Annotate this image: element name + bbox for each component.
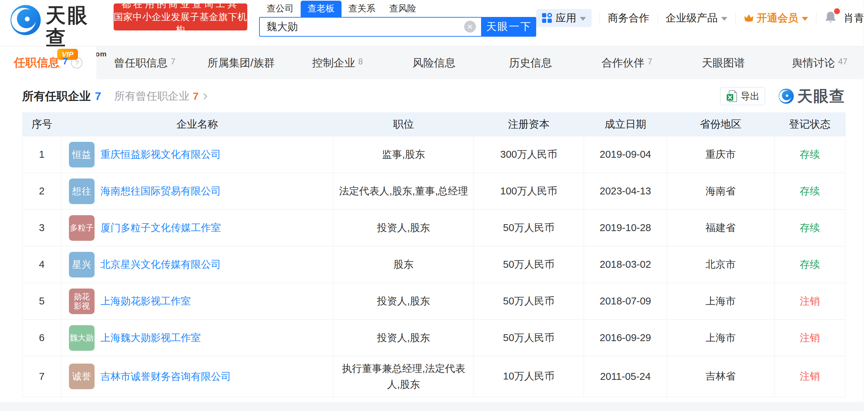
tab-label: 舆情讨论 xyxy=(792,56,835,70)
company-link[interactable]: 吉林市诚誉财务咨询有限公司 xyxy=(100,370,231,383)
search-tab[interactable]: 查关系 xyxy=(342,1,382,17)
row-index: 7 xyxy=(23,356,61,397)
chevron-right-icon xyxy=(201,93,207,99)
company-link[interactable]: 厦门多粒子文化传媒工作室 xyxy=(100,221,221,235)
tab-count: 7 xyxy=(648,57,652,66)
position-cell: 投资人,股东 xyxy=(334,283,474,320)
notifications-bell-icon[interactable] xyxy=(824,11,837,25)
search-area: 查公司 查老板 查关系 查风险 ✕ 天眼一下 xyxy=(259,1,536,37)
company-avatar: 诚誉 xyxy=(69,364,95,389)
profile-tab[interactable]: 合作伙伴 7 xyxy=(579,46,675,79)
company-avatar: 恒益 xyxy=(69,142,95,167)
profile-tab[interactable]: 舆情讨论 47 xyxy=(772,46,868,79)
search-tab[interactable]: 查老板 xyxy=(301,1,342,17)
crown-icon xyxy=(744,13,754,23)
page-bottom-strip xyxy=(0,402,868,411)
search-input-wrap: ✕ xyxy=(259,17,482,37)
positions-table: 序号 企业名称 职位 注册资本 成立日期 省份地区 登记状态 1 恒益 重庆恒益… xyxy=(22,112,845,397)
top-bar: 天眼查 TianYanCha.com 都在用的商业查询工具 国家中小企业发展子基… xyxy=(0,0,868,46)
tab-label: 合作伙伴 xyxy=(602,56,645,70)
region-cell: 上海市 xyxy=(667,320,774,356)
profile-tabbar: VIP 任职信息 7 ? 曾任职信息 7 所属集团/族群 控制企业 8 风险 xyxy=(0,46,868,79)
search-tab[interactable]: 查风险 xyxy=(382,1,423,17)
column-header-no: 序号 xyxy=(23,113,61,136)
search-tab[interactable]: 查公司 xyxy=(260,1,301,17)
region-cell: 北京市 xyxy=(667,246,774,283)
row-index: 6 xyxy=(23,320,61,356)
tianyancha-logo-icon xyxy=(778,88,794,104)
apps-grid-icon xyxy=(542,13,552,23)
profile-tab[interactable]: 所属集团/族群 xyxy=(193,46,289,79)
date-cell: 2019-10-28 xyxy=(584,210,667,246)
tab-label: 天眼图谱 xyxy=(702,56,745,70)
divider xyxy=(657,13,658,23)
tab-count: 47 xyxy=(838,57,848,66)
search-button[interactable]: 天眼一下 xyxy=(482,17,536,37)
row-index: 1 xyxy=(23,136,61,173)
capital-cell: 50万人民币 xyxy=(474,246,584,283)
profile-tab[interactable]: 历史信息 xyxy=(482,46,578,79)
profile-tab[interactable]: 风险信息 xyxy=(386,46,482,79)
status-badge: 存续 xyxy=(774,210,845,246)
row-index: 3 xyxy=(23,210,61,246)
apps-button[interactable]: 应用 xyxy=(536,9,592,27)
chevron-down-icon xyxy=(802,17,808,21)
status-badge: 存续 xyxy=(774,246,845,283)
column-header-region: 省份地区 xyxy=(667,113,774,136)
tab-label: 历史信息 xyxy=(509,56,552,70)
capital-cell: 50万人民币 xyxy=(474,210,584,246)
menu-enterprise-products[interactable]: 企业级产品 xyxy=(666,11,727,25)
status-badge: 注销 xyxy=(774,320,845,356)
company-link[interactable]: 上海魏大勋影视工作室 xyxy=(100,331,201,345)
table-row: 5 勋花影视 上海勋花影视工作室 投资人,股东 50万人民币 2018-07-0… xyxy=(23,283,845,320)
company-avatar: 魏大勋 xyxy=(69,325,95,351)
profile-tab[interactable]: 天眼图谱 xyxy=(675,46,771,79)
top-menu: 应用 商务合作 企业级产品 开通会员 肖青羽 xyxy=(536,9,868,27)
row-index: 5 xyxy=(23,283,61,320)
capital-cell: 50万人民币 xyxy=(474,320,584,356)
column-header-company: 企业名称 xyxy=(61,113,334,136)
menu-business-cooperation[interactable]: 商务合作 xyxy=(608,11,649,25)
table-row: 7 诚誉 吉林市诚誉财务咨询有限公司 执行董事兼总经理,法定代表人,股东 10万… xyxy=(23,356,845,397)
date-cell: 2019-09-04 xyxy=(584,136,667,173)
tab-label: 曾任职信息 xyxy=(114,56,168,70)
profile-tab[interactable]: 控制企业 8 xyxy=(289,46,386,79)
status-badge: 注销 xyxy=(774,356,845,397)
search-input[interactable] xyxy=(260,18,481,36)
main-content: 所有任职企业 7 所有曾任职企业 7 导出 xyxy=(0,85,868,397)
company-link[interactable]: 上海勋花影视工作室 xyxy=(100,294,191,308)
company-link[interactable]: 北京星兴文化传媒有限公司 xyxy=(100,258,221,271)
company-link[interactable]: 海南想往国际贸易有限公司 xyxy=(100,184,221,198)
position-cell: 执行董事兼总经理,法定代表人,股东 xyxy=(334,356,474,397)
profile-tab[interactable]: 曾任职信息 7 xyxy=(96,46,193,79)
company-link[interactable]: 重庆恒益影视文化有限公司 xyxy=(100,148,221,161)
export-button[interactable]: 导出 xyxy=(720,87,765,105)
table-row: 2 想往 海南想往国际贸易有限公司 法定代表人,股东,董事,总经理 100万人民… xyxy=(23,173,845,210)
column-header-capital: 注册资本 xyxy=(474,113,584,136)
tab-label: 所属集团/族群 xyxy=(207,56,275,70)
excel-icon xyxy=(726,90,738,103)
profile-tab[interactable]: VIP 任职信息 7 ? xyxy=(0,46,96,79)
open-membership-link[interactable]: 开通会员 xyxy=(744,11,808,25)
tianyancha-watermark: 天眼查 xyxy=(778,86,845,107)
row-index: 2 xyxy=(23,173,61,210)
watermark-text: 天眼查 xyxy=(797,86,845,107)
section-title-count: 7 xyxy=(95,90,101,103)
tab-count: 7 xyxy=(63,56,68,67)
former-positions-count: 7 xyxy=(193,90,199,102)
former-positions-link[interactable]: 所有曾任职企业 7 xyxy=(114,89,207,103)
scrollbar[interactable] xyxy=(863,0,868,411)
notification-dot xyxy=(834,8,840,14)
region-cell: 福建省 xyxy=(667,210,774,246)
section-head: 所有任职企业 7 所有曾任职企业 7 导出 xyxy=(22,85,845,107)
logo-title: 天眼查 xyxy=(46,4,107,49)
tab-label: 任职信息 xyxy=(14,55,60,71)
promo-banner-line1: 都在用的商业查询工具 xyxy=(114,0,247,11)
clear-icon[interactable]: ✕ xyxy=(464,21,476,33)
capital-cell: 50万人民币 xyxy=(474,283,584,320)
table-row: 4 星兴 北京星兴文化传媒有限公司 股东 50万人民币 2018-03-02 北… xyxy=(23,246,845,283)
status-badge: 存续 xyxy=(774,136,845,173)
region-cell: 重庆市 xyxy=(667,136,774,173)
tianyancha-logo-icon xyxy=(10,4,42,36)
status-badge: 注销 xyxy=(774,283,845,320)
